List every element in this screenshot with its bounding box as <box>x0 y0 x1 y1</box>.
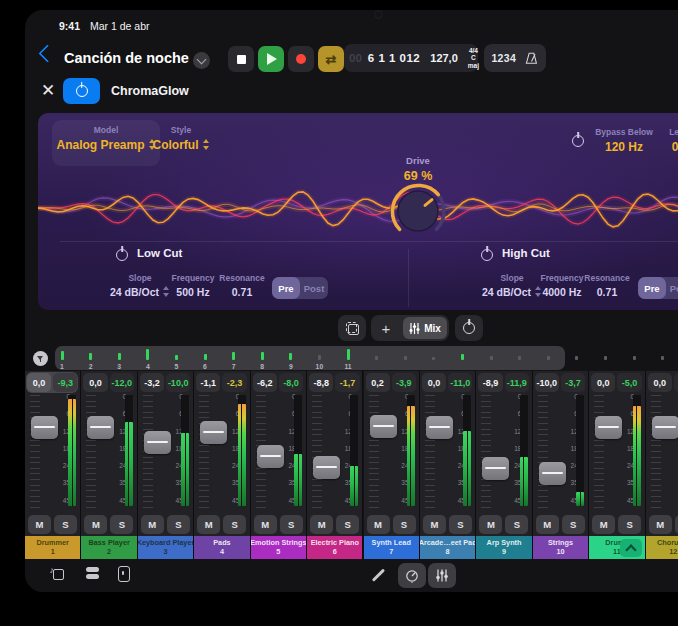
track-tab-11[interactable]: Drums11 <box>589 536 644 559</box>
track-tab-12[interactable]: Chorus V12 <box>646 536 678 559</box>
fader-value[interactable]: 0,0 <box>648 373 672 392</box>
tracks-filter-icon[interactable] <box>33 351 48 366</box>
solo-button[interactable]: S <box>675 515 678 534</box>
project-title[interactable]: Canción de noche <box>64 50 189 66</box>
pre-button[interactable]: Pre <box>638 277 666 299</box>
fader-value[interactable]: 0,0 <box>591 373 615 392</box>
record-button[interactable] <box>288 46 314 72</box>
pre-button[interactable]: Pre <box>272 277 300 299</box>
mute-button[interactable]: M <box>310 515 333 534</box>
track-tab-6[interactable]: Electric Piano6 <box>307 536 362 559</box>
fader-handle[interactable] <box>144 431 171 454</box>
fader-value[interactable]: 0,2 <box>366 373 390 392</box>
mute-button[interactable]: M <box>536 515 559 534</box>
mixer-view-button[interactable] <box>428 563 456 588</box>
track-tab-7[interactable]: Synth Lead7 <box>364 536 419 559</box>
bypass-power-icon[interactable] <box>572 135 584 150</box>
style-select[interactable]: Style Colorful <box>126 125 236 152</box>
mute-button[interactable]: M <box>367 515 390 534</box>
stop-button[interactable] <box>228 46 254 72</box>
fader-value[interactable]: -10,0 <box>535 373 559 392</box>
post-button[interactable]: Post <box>300 277 328 299</box>
mute-solo-row: M S <box>307 512 362 536</box>
mute-button[interactable]: M <box>254 515 277 534</box>
solo-button[interactable]: S <box>393 515 416 534</box>
back-chevron-icon[interactable] <box>38 44 56 62</box>
mix-tab[interactable]: Mix <box>403 317 447 339</box>
solo-button[interactable]: S <box>223 515 246 534</box>
lowcut-resonance[interactable]: Resonance 0.71 <box>216 273 268 298</box>
highcut-power-icon[interactable] <box>481 249 493 264</box>
mixer-overview[interactable]: 1234567891011 <box>25 346 678 370</box>
track-tab-9[interactable]: Arp Synth9 <box>476 536 531 559</box>
fader-value[interactable]: 0,0 <box>422 373 446 392</box>
fader-handle[interactable] <box>426 416 453 439</box>
track-tab-5[interactable]: Emotion Strings5 <box>251 536 306 559</box>
mute-button[interactable]: M <box>423 515 446 534</box>
fader-handle[interactable] <box>313 456 340 479</box>
fader-handle[interactable] <box>482 457 509 480</box>
plugins-stack-button[interactable] <box>86 567 99 579</box>
track-tab-2[interactable]: Bass Player2 <box>81 536 136 559</box>
solo-button[interactable]: S <box>110 515 133 534</box>
solo-button[interactable]: S <box>618 515 641 534</box>
add-track-button[interactable]: + <box>371 320 401 337</box>
solo-button[interactable]: S <box>505 515 528 534</box>
track-tab-10[interactable]: Strings10 <box>533 536 588 559</box>
solo-button[interactable]: S <box>449 515 472 534</box>
fader-handle[interactable] <box>257 445 284 468</box>
mute-button[interactable]: M <box>479 515 502 534</box>
edit-pencil-button[interactable] <box>377 567 380 583</box>
solo-button[interactable]: S <box>280 515 303 534</box>
fader-handle[interactable] <box>31 416 58 439</box>
level-meter <box>633 395 641 506</box>
fader-value[interactable]: 0,0 <box>27 373 51 392</box>
lowcut-frequency[interactable]: Frequency 500 Hz <box>164 273 222 298</box>
mute-button[interactable]: M <box>592 515 615 534</box>
fader-handle[interactable] <box>595 416 622 439</box>
solo-button[interactable]: S <box>562 515 585 534</box>
metronome-button[interactable] <box>524 52 539 65</box>
post-button[interactable]: Post <box>666 277 678 299</box>
fader-value[interactable]: -8,8 <box>309 373 333 392</box>
fader-value[interactable]: 0,0 <box>83 373 107 392</box>
fader-handle[interactable] <box>87 416 114 439</box>
fader-value[interactable]: -1,1 <box>196 373 220 392</box>
fader-handle[interactable] <box>652 416 678 439</box>
mute-button[interactable]: M <box>84 515 107 534</box>
track-tab-8[interactable]: Arcade…eet Pad8 <box>420 536 475 559</box>
lcd-display[interactable]: 00 6 1 1 012 127,0 4/4C maj In OutMIDI <box>344 44 478 72</box>
title-dropdown-button[interactable] <box>193 52 210 69</box>
mute-button[interactable]: M <box>197 515 220 534</box>
level-control[interactable]: Level 0.0 <box>650 127 678 154</box>
close-plugin-icon[interactable]: ✕ <box>41 82 55 99</box>
peak-value: -9,3 <box>53 373 77 392</box>
plugin-power-button[interactable] <box>63 78 100 104</box>
highcut-resonance[interactable]: Resonance 0.71 <box>581 273 633 298</box>
fader-handle[interactable] <box>370 415 397 438</box>
play-button[interactable] <box>258 46 284 72</box>
solo-button[interactable]: S <box>167 515 190 534</box>
drive-knob[interactable] <box>386 179 450 243</box>
cycle-button[interactable]: ⇄ <box>318 46 344 72</box>
count-in-button[interactable]: 1234 <box>491 52 516 64</box>
mute-button[interactable]: M <box>28 515 51 534</box>
lowcut-power-icon[interactable] <box>116 249 128 264</box>
solo-button[interactable]: S <box>54 515 77 534</box>
track-tab-1[interactable]: Drummer1 <box>25 536 80 559</box>
keyboard-button[interactable] <box>118 566 130 582</box>
track-expand-button[interactable] <box>620 539 642 557</box>
track-tab-4[interactable]: Pads4 <box>194 536 249 559</box>
duplicate-button[interactable] <box>338 315 366 341</box>
controls-view-button[interactable] <box>398 563 426 588</box>
fader-handle[interactable] <box>539 462 566 485</box>
fader-handle[interactable] <box>200 421 227 444</box>
fader-value[interactable]: -8,9 <box>478 373 502 392</box>
track-tab-3[interactable]: Keyboard Player3 <box>138 536 193 559</box>
mixer-power-button[interactable] <box>455 315 483 341</box>
fader-value[interactable]: -6,2 <box>253 373 277 392</box>
mute-button[interactable]: M <box>649 515 672 534</box>
mute-button[interactable]: M <box>141 515 164 534</box>
solo-button[interactable]: S <box>336 515 359 534</box>
fader-value[interactable]: -3,2 <box>140 373 164 392</box>
